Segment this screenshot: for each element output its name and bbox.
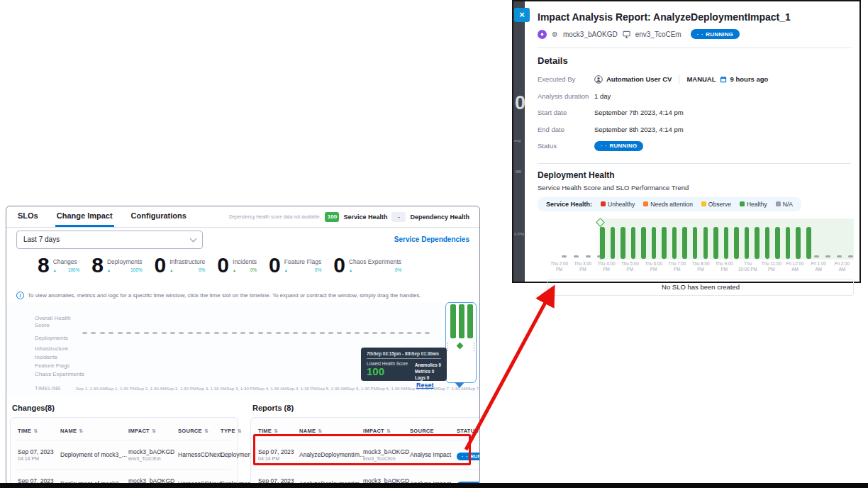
x-tick-label: Thu 4:00PM — [594, 261, 618, 272]
status-badge: · ·RUNNING — [457, 453, 480, 460]
legend-label: Service Health: — [546, 201, 592, 208]
reports-table-title: Reports (8) — [252, 404, 480, 412]
health-score-bar — [745, 227, 750, 259]
dimmed-backdrop-strip: 0 exp 0 PM — [513, 1, 525, 282]
timeline-tick-label: Sep 2, 1:30 PM — [166, 386, 196, 391]
na-dash — [320, 332, 325, 334]
na-dash — [574, 255, 579, 257]
tab-change-impact[interactable]: Change Impact — [55, 206, 114, 227]
tooltip-stat-metrics: Metrics 0 — [415, 369, 441, 374]
close-button[interactable]: × — [514, 8, 530, 22]
na-dash — [205, 332, 210, 334]
column-header-time[interactable]: TIME⇅ — [18, 423, 60, 440]
service-health-label: Service Health — [343, 214, 387, 221]
service-gear-icon: ⚙ — [552, 30, 558, 38]
na-dash — [144, 332, 149, 334]
health-score-bar — [693, 227, 698, 259]
health-score-bar — [713, 227, 718, 259]
details-rows: Executed By Automation User CV MANUAL — [538, 71, 851, 155]
legend-swatch — [701, 201, 706, 206]
x-tick-label: Thu10:00 PM — [736, 261, 760, 272]
na-dash — [399, 332, 404, 334]
stat-feature-flags: 0Feature Flags▲0% — [269, 255, 321, 276]
changes-table-body: Sep 07, 202304:14 PMDeployment of mock3_… — [18, 440, 230, 485]
health-score-bar — [600, 227, 605, 259]
x-tick-label: Thu 3:00PM — [571, 261, 594, 272]
x-tick-label: Fri 1:00AM — [807, 261, 830, 272]
deployment-health-subheading: Service Health Score and SLO Performance… — [538, 184, 851, 192]
time-range-value: Last 7 days — [23, 235, 60, 243]
x-tick-label: Thu 2:00PM — [547, 261, 571, 272]
column-header-impact[interactable]: IMPACT⇅ — [363, 423, 410, 440]
na-dash — [152, 332, 157, 334]
environment-icon — [623, 30, 630, 38]
legend-swatch — [740, 201, 745, 206]
column-header-impact[interactable]: IMPACT⇅ — [128, 423, 178, 440]
calendar-icon — [720, 76, 727, 83]
executed-time-ago: 9 hours ago — [730, 75, 769, 83]
column-header-name[interactable]: NAME⇅ — [60, 423, 128, 440]
delta-up-icon: ▲ — [233, 268, 236, 272]
table-row[interactable]: Sep 07, 202304:14 PMAnalyzeDeploymentIm.… — [258, 440, 480, 469]
stat-label: Feature Flags — [284, 258, 321, 265]
selection-drag-handle-right[interactable] — [473, 342, 477, 352]
timeline-tick-label: Sep 3, 1:30 AM — [196, 386, 226, 391]
timeline-row-label-overall-health-score: Overall Health Score — [35, 315, 74, 329]
service-dependencies-link[interactable]: Service Dependencies — [394, 235, 469, 243]
backdrop-fragment: 0 — [515, 92, 525, 114]
tab-slos[interactable]: SLOs — [16, 206, 40, 227]
health-score-bar — [786, 227, 791, 259]
tab-configurations[interactable]: Configurations — [130, 206, 188, 227]
table-row[interactable]: Sep 07, 202304:14 PMDeployment of mock3_… — [18, 440, 230, 469]
na-dash — [346, 332, 351, 334]
reports-table-head: TIME⇅NAME⇅IMPACT⇅SOURCESTATUS⇅ — [258, 423, 480, 440]
column-header-time[interactable]: TIME⇅ — [258, 423, 299, 440]
delta-up-icon: ▲ — [349, 268, 352, 272]
na-dash — [267, 332, 272, 334]
timeline-tick-label: Sep 2, 1:30 AM — [136, 386, 166, 391]
user-avatar-icon — [594, 75, 603, 84]
selection-pointer-icon — [455, 382, 464, 388]
timeline-selection-window[interactable] — [445, 302, 477, 383]
stat-deployments: 8Deployments▲100% — [91, 255, 142, 276]
x-tick-label: Thu 11:00PM — [760, 261, 783, 272]
sort-icon: ⇅ — [274, 428, 278, 434]
chart-x-axis: Thu 2:00PMThu 3:00PMThu 4:00PMThu 5:00PM… — [547, 261, 854, 272]
health-score-bar — [703, 227, 708, 259]
tables-row: Changes(8) TIME⇅NAME⇅IMPACT⇅SOURCE⇅TYPE⇅… — [6, 396, 479, 485]
na-dash — [364, 332, 369, 334]
changes-table-head: TIME⇅NAME⇅IMPACT⇅SOURCE⇅TYPE⇅ — [18, 423, 230, 440]
timeline-tick-label: Sep 4, 1:30 AM — [257, 386, 286, 391]
health-summary: Dependency Health score data not availab… — [229, 206, 469, 227]
column-header-name[interactable]: NAME⇅ — [299, 423, 363, 440]
timeline-row-label-chaos-experiments: Chaos Experiments — [35, 371, 84, 377]
dependency-health-note: Dependency Health score data not availab… — [229, 214, 321, 219]
service-health-score-badge: 100 — [325, 212, 339, 222]
column-header-status[interactable]: STATUS⇅ — [457, 423, 480, 440]
column-header-type[interactable]: TYPE⇅ — [221, 423, 242, 440]
divider — [538, 48, 851, 48]
health-score-bar — [765, 227, 770, 259]
column-header-source[interactable]: SOURCE⇅ — [178, 423, 221, 440]
impact-analysis-drawer: 0 exp 0 PM × Impact Analysis Report: Ana… — [512, 0, 861, 283]
na-dash — [562, 255, 567, 257]
timeline-row-label-incidents: Incidents — [35, 354, 57, 360]
legend-swatch — [601, 201, 606, 206]
sort-icon: ⇅ — [33, 428, 38, 434]
timeline-tooltip: 7thSep 03:15pm - 8thSep 01:30am Lowest H… — [361, 348, 447, 381]
na-dash — [284, 332, 289, 334]
na-dash — [814, 255, 819, 257]
reports-table-section: Reports (8) TIME⇅NAME⇅IMPACT⇅SOURCESTATU… — [250, 402, 480, 485]
timeline-reset-link[interactable]: Reset — [416, 382, 434, 389]
dependency-health-label: Dependency Health — [410, 214, 469, 221]
time-range-select[interactable]: Last 7 days — [16, 231, 203, 249]
deployment-health-heading: Deployment Health — [538, 170, 851, 180]
stat-value: 0 — [269, 255, 280, 276]
delta-up-icon: ▲ — [169, 268, 173, 272]
backdrop-fragment: exp — [514, 138, 521, 143]
x-tick-label: Fri 2:00AM — [830, 261, 854, 272]
timeline-axis-label: TIMELINE — [35, 385, 61, 392]
x-tick-label: Fri 12:00AM — [783, 261, 806, 272]
sort-icon: ⇅ — [318, 428, 322, 434]
na-dash — [355, 332, 360, 334]
